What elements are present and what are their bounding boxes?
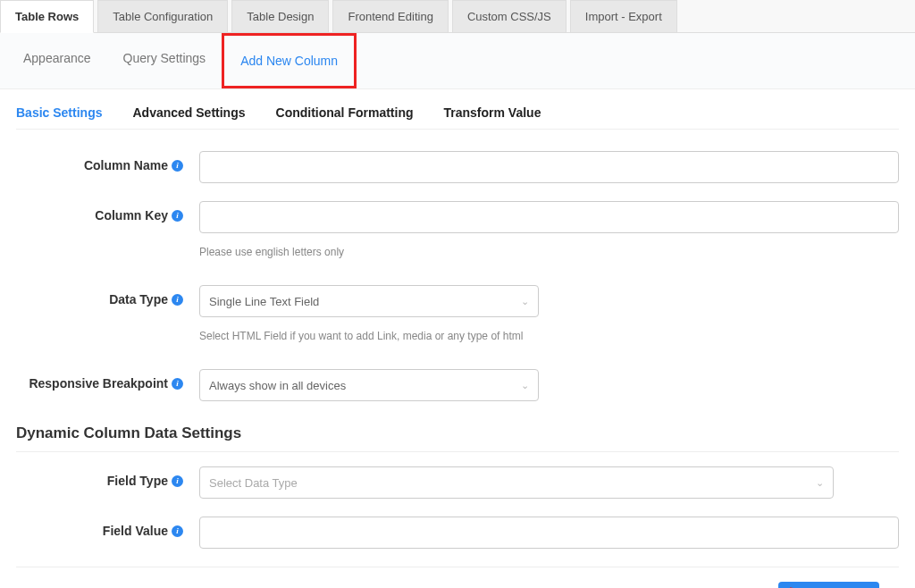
subtab-appearance[interactable]: Appearance [7,33,107,88]
info-icon[interactable]: i [172,525,183,537]
label-column-key: Column Key i [16,201,190,223]
action-row: Add Column [16,567,899,588]
row-data-type: Data Type i Single Line Text Field ⌄ Sel… [16,285,899,342]
row-responsive-breakpoint: Responsive Breakpoint i Always show in a… [16,369,899,401]
settingtab-transform[interactable]: Transform Value [444,105,541,120]
label-field-type-text: Field Type [107,474,168,488]
chevron-down-icon: ⌄ [521,380,529,391]
label-data-type: Data Type i [16,285,190,307]
column-key-input[interactable] [199,201,899,233]
responsive-breakpoint-value: Always show in all devices [209,379,346,392]
field-type-select[interactable]: Select Data Type ⌄ [199,466,834,499]
label-column-name-text: Column Name [84,158,168,172]
add-column-button[interactable]: Add Column [778,582,879,588]
row-column-name: Column Name i [16,151,899,183]
settingtab-advanced[interactable]: Advanced Settings [132,105,245,120]
column-key-help: Please use english letters only [199,246,899,258]
tab-import-export[interactable]: Import - Export [570,0,677,32]
column-name-input[interactable] [199,151,899,183]
settingtab-basic[interactable]: Basic Settings [16,105,102,120]
info-icon[interactable]: i [172,160,183,172]
settingtab-conditional[interactable]: Conditional Formatting [276,105,414,120]
label-column-name: Column Name i [16,151,190,172]
field-type-placeholder: Select Data Type [209,476,298,490]
tab-custom-css-js[interactable]: Custom CSS/JS [452,0,567,32]
label-responsive-breakpoint: Responsive Breakpoint i [16,369,190,391]
label-column-key-text: Column Key [95,208,168,223]
dynamic-column-heading: Dynamic Column Data Settings [16,424,899,452]
row-field-value: Field Value i [16,517,899,549]
label-data-type-text: Data Type [109,292,168,307]
label-field-value-text: Field Value [103,524,168,538]
label-responsive-breakpoint-text: Responsive Breakpoint [29,376,168,391]
responsive-breakpoint-select[interactable]: Always show in all devices ⌄ [199,369,539,401]
sub-tabs: Appearance Query Settings Add New Column [0,33,915,89]
label-field-type: Field Type i [16,466,190,488]
label-field-value: Field Value i [16,517,190,538]
row-field-type: Field Type i Select Data Type ⌄ [16,466,899,499]
subtab-query-settings[interactable]: Query Settings [107,33,222,88]
data-type-select[interactable]: Single Line Text Field ⌄ [199,285,539,317]
data-type-help: Select HTML Field if you want to add Lin… [199,330,899,342]
data-type-value: Single Line Text Field [209,295,319,308]
chevron-down-icon: ⌄ [521,296,529,307]
row-column-key: Column Key i Please use english letters … [16,201,899,258]
setting-tabs: Basic Settings Advanced Settings Conditi… [16,105,899,130]
tab-table-design[interactable]: Table Design [231,0,329,32]
tab-table-configuration[interactable]: Table Configuration [97,0,228,32]
chevron-down-icon: ⌄ [816,477,824,489]
field-value-input[interactable] [199,517,899,549]
info-icon[interactable]: i [172,210,183,222]
subtab-add-new-column[interactable]: Add New Column [222,33,357,88]
tab-frontend-editing[interactable]: Frontend Editing [332,0,448,32]
tab-table-rows[interactable]: Table Rows [0,0,94,33]
info-icon[interactable]: i [172,378,183,390]
info-icon[interactable]: i [172,475,183,487]
main-tabs: Table Rows Table Configuration Table Des… [0,0,915,33]
info-icon[interactable]: i [172,294,183,306]
